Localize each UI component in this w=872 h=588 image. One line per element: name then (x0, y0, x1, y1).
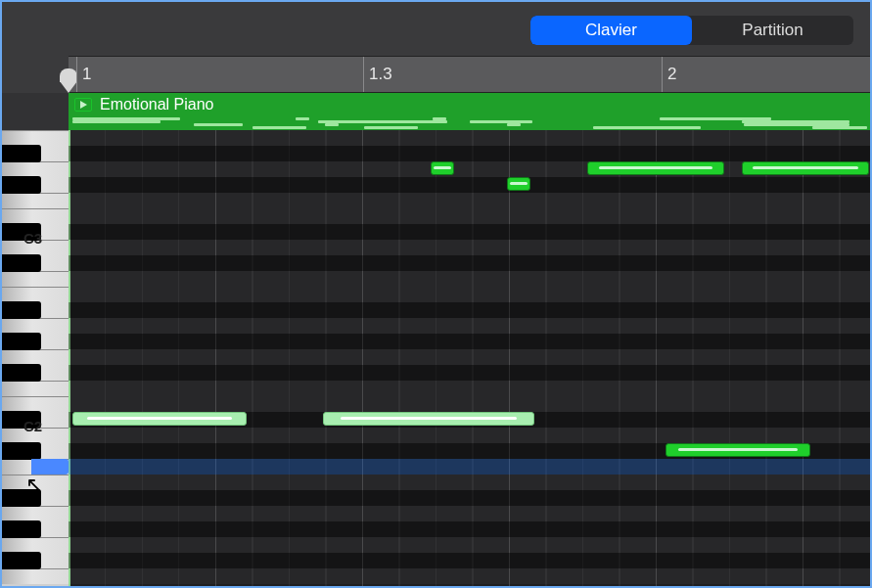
play-icon (74, 98, 92, 112)
ruler-gutter (2, 56, 69, 93)
grid-row (69, 146, 870, 161)
piano-black-key[interactable] (2, 442, 41, 460)
grid-row (69, 224, 870, 240)
midi-note[interactable] (431, 161, 454, 175)
editor-toolbar: Clavier Partition (2, 2, 870, 56)
piano-black-key[interactable] (2, 520, 41, 538)
grid-row (69, 428, 870, 443)
grid-row (69, 521, 870, 537)
mini-note (470, 120, 532, 123)
mini-note (812, 126, 867, 129)
grid-row (69, 193, 870, 208)
mini-note (507, 123, 521, 126)
midi-note[interactable] (72, 412, 247, 426)
piano-black-key[interactable] (2, 145, 41, 162)
midi-note[interactable] (742, 161, 869, 175)
midi-note[interactable] (507, 177, 530, 191)
grid-row (69, 177, 870, 193)
piano-black-key[interactable] (2, 552, 41, 569)
piano-keyboard[interactable]: C3C2 (2, 130, 69, 586)
mini-note (433, 117, 446, 120)
grid-row (69, 240, 870, 255)
ruler-label: 2 (662, 65, 676, 84)
piano-white-key[interactable] (2, 381, 69, 396)
piano-black-key[interactable] (2, 364, 41, 382)
highlighted-key[interactable] (31, 459, 69, 475)
piano-white-key[interactable] (2, 568, 69, 584)
mini-note (194, 123, 243, 126)
grid-row-selected (69, 459, 870, 475)
grid-row (69, 568, 870, 584)
grid-row (69, 490, 870, 506)
grid-row (69, 553, 870, 568)
grid-row (69, 318, 870, 334)
grid-row (69, 349, 870, 365)
mini-note (296, 117, 309, 120)
grid-row (69, 381, 870, 396)
grid-row (69, 365, 870, 381)
grid-row (69, 287, 870, 302)
piano-black-key[interactable] (2, 254, 41, 272)
mini-overview-row (2, 116, 870, 130)
mini-overview[interactable] (69, 116, 870, 130)
mini-note (252, 126, 306, 129)
grid-row (69, 302, 870, 318)
tab-partition[interactable]: Partition (692, 16, 853, 45)
grid-row (69, 271, 870, 287)
piano-white-key[interactable] (2, 193, 69, 208)
note-grid[interactable] (69, 130, 870, 586)
grid-row (69, 255, 870, 271)
region-header-gutter (2, 93, 69, 116)
grid-row (69, 396, 870, 412)
octave-label: C2 (23, 418, 42, 434)
midi-note[interactable] (665, 443, 810, 457)
grid-row (69, 506, 870, 521)
mini-note (364, 126, 418, 129)
view-mode-segmented-control: Clavier Partition (530, 16, 853, 45)
ruler-row: 11.32 (2, 56, 870, 93)
time-ruler[interactable]: 11.32 (69, 56, 870, 93)
ruler-label: 1.3 (363, 65, 392, 84)
ruler-label: 1 (76, 65, 91, 84)
piano-black-key[interactable] (2, 333, 41, 350)
piano-black-key[interactable] (2, 489, 41, 507)
region-name: Emotional Piano (100, 96, 214, 113)
mini-note (72, 120, 161, 123)
piano-white-key[interactable] (2, 271, 69, 287)
octave-label: C3 (23, 230, 42, 247)
midi-note[interactable] (587, 161, 724, 175)
grid-row (69, 208, 870, 224)
piano-roll-main: C3C2 (2, 130, 870, 586)
tab-clavier[interactable]: Clavier (530, 16, 692, 45)
piano-black-key[interactable] (2, 301, 41, 319)
region-header-row: Emotional Piano (2, 93, 870, 116)
grid-row (69, 537, 870, 553)
piano-black-key[interactable] (2, 176, 41, 194)
grid-row (69, 130, 870, 146)
midi-note[interactable] (323, 412, 534, 426)
mini-note (325, 123, 339, 126)
grid-row (69, 475, 870, 490)
region-header[interactable]: Emotional Piano (69, 93, 870, 116)
mini-note (593, 126, 701, 129)
grid-row (69, 334, 870, 349)
mini-gutter (2, 116, 69, 130)
